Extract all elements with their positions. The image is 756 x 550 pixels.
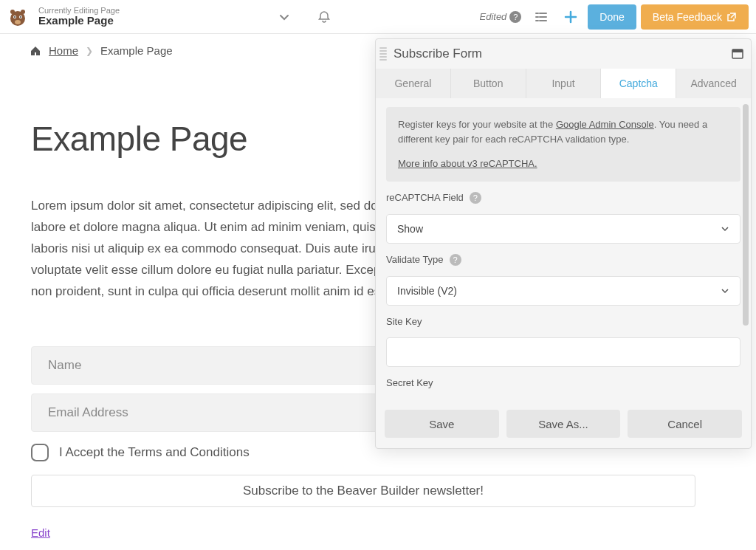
secret-key-label: Secret Key xyxy=(386,377,740,388)
panel-body: Register keys for your website at the Go… xyxy=(376,98,751,402)
chevron-down-icon xyxy=(721,224,729,233)
tab-button[interactable]: Button xyxy=(451,69,526,98)
breadcrumb-current: Example Page xyxy=(100,44,173,57)
terms-checkbox[interactable] xyxy=(31,444,49,461)
outline-icon[interactable] xyxy=(529,4,554,30)
subscribe-button[interactable]: Subscribe to the Beaver Builder newslett… xyxy=(31,475,695,507)
tab-input[interactable]: Input xyxy=(526,69,602,98)
help-icon[interactable]: ? xyxy=(470,192,481,204)
svg-point-7 xyxy=(21,10,25,14)
tab-captcha[interactable]: Captcha xyxy=(601,69,676,98)
drag-handle-icon[interactable] xyxy=(376,39,391,69)
tab-advanced[interactable]: Advanced xyxy=(676,69,751,98)
beaver-logo xyxy=(6,5,30,29)
edit-link[interactable]: Edit xyxy=(31,526,50,539)
recaptcha-field-select[interactable]: Show xyxy=(386,214,740,244)
cancel-button[interactable]: Cancel xyxy=(628,410,742,438)
bell-icon[interactable] xyxy=(312,4,337,30)
terms-label: I Accept the Terms and Conditions xyxy=(59,445,250,460)
recaptcha-field-label: reCAPTCHA Field ? xyxy=(386,192,740,204)
breadcrumb-home[interactable]: Home xyxy=(49,44,78,57)
site-key-label: Site Key xyxy=(386,316,740,327)
page-title-small: Example Page xyxy=(38,15,120,27)
admin-console-link[interactable]: Google Admin Console xyxy=(556,119,654,130)
site-key-input[interactable] xyxy=(386,337,740,367)
edited-status: Edited ? xyxy=(479,11,521,23)
panel-footer: Save Save As... Cancel xyxy=(376,402,751,448)
tab-general[interactable]: General xyxy=(376,69,451,98)
top-bar: Currently Editing Page Example Page Edit… xyxy=(0,0,756,34)
panel-tabs: General Button Input Captcha Advanced xyxy=(376,69,751,98)
settings-panel: Subscribe Form General Button Input Capt… xyxy=(375,38,752,449)
help-icon[interactable]: ? xyxy=(450,254,461,266)
notice-box: Register keys for your website at the Go… xyxy=(386,107,740,182)
save-as-button[interactable]: Save As... xyxy=(506,410,621,438)
scrollbar[interactable] xyxy=(743,104,749,326)
svg-point-3 xyxy=(14,16,16,18)
svg-point-5 xyxy=(15,20,21,24)
panel-title: Subscribe Form xyxy=(394,47,482,61)
more-info-link[interactable]: More info about v3 reCAPTCHA. xyxy=(398,157,729,171)
validate-type-label: Validate Type ? xyxy=(386,254,740,266)
page-selector[interactable]: Currently Editing Page Example Page xyxy=(38,6,120,27)
help-icon[interactable]: ? xyxy=(509,11,521,23)
done-button[interactable]: Done xyxy=(588,4,636,30)
feedback-button[interactable]: Beta Feedback xyxy=(641,4,749,30)
panel-header: Subscribe Form xyxy=(376,39,751,69)
external-link-icon xyxy=(726,12,737,22)
svg-point-4 xyxy=(20,16,21,18)
window-mode-icon[interactable] xyxy=(732,49,743,59)
home-icon[interactable] xyxy=(30,45,41,57)
svg-rect-9 xyxy=(732,49,743,52)
chevron-down-icon xyxy=(721,286,729,295)
validate-type-select[interactable]: Invisible (V2) xyxy=(386,276,740,306)
chevron-right-icon: ❯ xyxy=(86,46,93,56)
save-button[interactable]: Save xyxy=(385,410,499,438)
plus-icon[interactable] xyxy=(558,4,583,30)
svg-point-6 xyxy=(10,10,15,14)
chevron-down-icon[interactable] xyxy=(272,4,297,30)
